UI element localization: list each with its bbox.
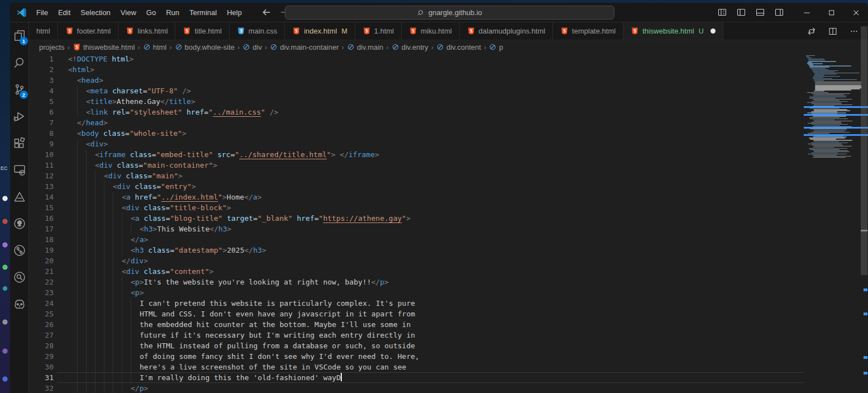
menu-run[interactable]: Run bbox=[161, 3, 184, 22]
code-line-31[interactable]: 31I'm really doing this the 'old-fashion… bbox=[29, 372, 804, 383]
tab-miku.html[interactable]: 5miku.html bbox=[402, 22, 460, 40]
tab-thiswebsite.html[interactable]: 5thiswebsite.htmlU bbox=[623, 22, 723, 40]
menu-selection[interactable]: Selection bbox=[75, 3, 115, 22]
menu-help[interactable]: Help bbox=[222, 3, 247, 22]
tab-template.html[interactable]: 5template.html bbox=[553, 22, 623, 40]
code-line-13[interactable]: 13<div class="entry"> bbox=[29, 181, 804, 192]
scrollbar-slider[interactable] bbox=[861, 26, 867, 275]
code-line-6[interactable]: 6<link rel="stylesheet" href="../main.cs… bbox=[29, 107, 804, 117]
tab-index.html[interactable]: 5index.htmlM bbox=[285, 22, 355, 40]
code-line-32[interactable]: 32</p> bbox=[29, 383, 804, 393]
breadcrumb-item-p[interactable]: p bbox=[489, 43, 503, 51]
code-line-29[interactable]: 29of doing some fancy shit I don't see w… bbox=[29, 351, 804, 362]
breadcrumb-item-thiswebsite-html[interactable]: 5thiswebsite.html bbox=[73, 43, 135, 51]
activity-item-github[interactable] bbox=[10, 210, 28, 237]
open-changes-button[interactable] bbox=[804, 24, 819, 39]
code-line-7[interactable]: 7</head> bbox=[29, 117, 804, 128]
activity-item-commit-search[interactable] bbox=[10, 264, 28, 291]
breadcrumb-item-div[interactable]: div bbox=[242, 43, 262, 51]
activity-item-search[interactable] bbox=[10, 49, 28, 76]
breadcrumb-item-div-entry[interactable]: div.entry bbox=[392, 43, 428, 51]
code-line-10[interactable]: 10<iframe class="embed-title" src="../sh… bbox=[29, 149, 804, 160]
code-line-4[interactable]: 4<meta charset="UTF-8" /> bbox=[29, 86, 804, 96]
code-line-30[interactable]: 30here's a live screenshot of the site i… bbox=[29, 362, 804, 372]
tab-footer.html[interactable]: 5footer.html bbox=[58, 22, 119, 40]
code-line-28[interactable]: 28the HTML instead of pulling from a dat… bbox=[29, 340, 804, 351]
command-center-label: gnargle.github.io bbox=[428, 8, 482, 17]
activity-item-run-and-debug[interactable] bbox=[10, 103, 28, 130]
code-line-26[interactable]: 26the embedded hit counter at the bottom… bbox=[29, 319, 804, 330]
command-center-search[interactable]: gnargle.github.io bbox=[285, 6, 614, 20]
token: > bbox=[99, 76, 103, 84]
token: < bbox=[131, 288, 135, 297]
breadcrumb-separator-icon: › bbox=[341, 43, 345, 51]
breadcrumb-item-div-main-container[interactable]: div.main-container bbox=[270, 43, 338, 51]
activity-item-explorer[interactable]: 1 bbox=[10, 22, 28, 49]
code-line-11[interactable]: 11<div class="main-container"> bbox=[29, 160, 804, 171]
code-line-2[interactable]: 2<html> bbox=[29, 64, 804, 75]
code-line-19[interactable]: 19<h3 class="datestamp">2025</h3> bbox=[29, 245, 804, 255]
code-line-21[interactable]: 21<div class="content"> bbox=[29, 266, 804, 277]
code-editor[interactable]: 1<!DOCTYPE html>2<html>3<head>4<meta cha… bbox=[29, 54, 804, 393]
activity-item-godot[interactable] bbox=[10, 291, 28, 318]
indent-guide bbox=[113, 213, 113, 224]
go-back-button[interactable] bbox=[261, 7, 271, 17]
code-content: <p>It's the website you're looking at ri… bbox=[68, 277, 804, 287]
breadcrumb-item-html[interactable]: html bbox=[143, 43, 167, 51]
tab-main.css[interactable]: 3main.css bbox=[230, 22, 285, 40]
activity-item-extensions[interactable] bbox=[10, 130, 28, 157]
code-line-20[interactable]: 20</div> bbox=[29, 255, 804, 266]
activity-item-remote-explorer[interactable] bbox=[10, 157, 28, 183]
toggle-panel-button[interactable] bbox=[753, 5, 767, 20]
breadcrumb-item-div-content[interactable]: div.content bbox=[436, 43, 481, 51]
menu-terminal[interactable]: Terminal bbox=[184, 3, 222, 22]
breadcrumb-item-div-main[interactable]: div.main bbox=[347, 43, 383, 51]
tab-links.html[interactable]: 5links.html bbox=[118, 22, 175, 40]
tab-html[interactable]: html bbox=[29, 22, 58, 40]
tab-dalamudplugins.html[interactable]: 5dalamudplugins.html bbox=[460, 22, 553, 40]
code-line-3[interactable]: 3<head> bbox=[29, 75, 804, 86]
toggle-secondary-sidebar-button[interactable] bbox=[772, 5, 786, 20]
code-line-25[interactable]: 25HTML and CSS. I don't even have any ja… bbox=[29, 309, 804, 319]
more-actions-button[interactable] bbox=[847, 24, 861, 39]
activity-item-triangle-a-extension[interactable] bbox=[10, 183, 28, 210]
token: </ bbox=[160, 97, 169, 106]
code-line-23[interactable]: 23<p> bbox=[29, 287, 804, 298]
toggle-primary-sidebar-button[interactable] bbox=[734, 5, 748, 20]
code-line-5[interactable]: 5<title>Athene.Gay</title> bbox=[29, 96, 804, 107]
indent-guide bbox=[77, 192, 78, 202]
code-line-27[interactable]: 27future if it's necessary but I'm writi… bbox=[29, 330, 804, 340]
activity-item-git-graph[interactable] bbox=[10, 237, 28, 264]
code-line-12[interactable]: 12<div class="main"> bbox=[29, 171, 804, 181]
menu-edit[interactable]: Edit bbox=[53, 3, 75, 22]
split-editor-button[interactable] bbox=[826, 24, 840, 39]
code-line-18[interactable]: 18</a> bbox=[29, 234, 804, 245]
code-line-15[interactable]: 15<div class="title-block"> bbox=[29, 202, 804, 213]
code-line-16[interactable]: 16<a class="blog-title" target="_blank" … bbox=[29, 213, 804, 224]
unsaved-dot-icon[interactable] bbox=[710, 29, 716, 34]
code-line-17[interactable]: 17<h3>This Website</h3> bbox=[29, 224, 804, 234]
minimap-line bbox=[812, 101, 848, 102]
tab-1.html[interactable]: 51.html bbox=[355, 22, 402, 40]
code-line-1[interactable]: 1<!DOCTYPE html> bbox=[29, 54, 804, 64]
menu-view[interactable]: View bbox=[116, 3, 141, 22]
maximize-button[interactable] bbox=[819, 3, 843, 22]
minimize-button[interactable] bbox=[794, 3, 819, 22]
activity-item-source-control[interactable]: 2 bbox=[10, 76, 28, 103]
code-line-14[interactable]: 14<a href="../index.html">Home</a> bbox=[29, 192, 804, 202]
close-button[interactable] bbox=[843, 3, 868, 22]
tab-title.html[interactable]: 5title.html bbox=[175, 22, 229, 40]
minimap[interactable] bbox=[804, 54, 868, 393]
menu-go[interactable]: Go bbox=[141, 3, 161, 22]
code-line-24[interactable]: 24I can't pretend this website is partic… bbox=[29, 298, 804, 309]
code-line-9[interactable]: 9<div> bbox=[29, 139, 804, 149]
code-line-22[interactable]: 22<p>It's the website you're looking at … bbox=[29, 277, 804, 287]
vertical-scrollbar[interactable] bbox=[860, 22, 868, 393]
menu-file[interactable]: File bbox=[31, 3, 53, 22]
line-number: 17 bbox=[29, 224, 54, 234]
minimap-line bbox=[813, 140, 852, 140]
customize-layout-button[interactable] bbox=[715, 5, 729, 20]
breadcrumb-item-body-whole-site[interactable]: body.whole-site bbox=[175, 43, 235, 51]
breadcrumb-item-projects[interactable]: projects bbox=[39, 43, 65, 51]
code-line-8[interactable]: 8<body class="whole-site"> bbox=[29, 128, 804, 139]
